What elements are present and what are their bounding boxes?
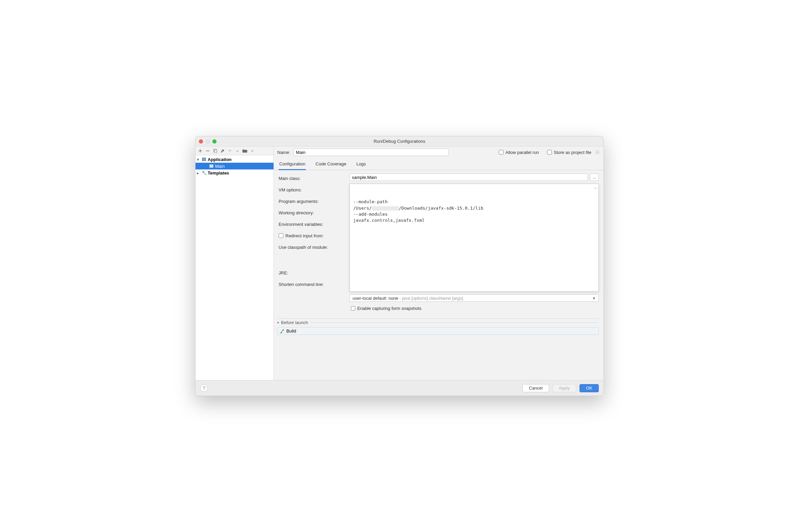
chevron-down-icon: ▾ — [197, 157, 200, 162]
tab-code-coverage[interactable]: Code Coverage — [315, 160, 347, 170]
form-labels: Main class: VM options: Program argument… — [279, 173, 346, 311]
shorten-command-line-select[interactable]: user-local default: none - java [options… — [350, 294, 599, 302]
tab-logs[interactable]: Logs — [356, 160, 366, 170]
store-as-project-file-input[interactable] — [547, 150, 552, 155]
configuration-form: Main class: VM options: Program argument… — [274, 170, 603, 314]
tree-node-main[interactable]: Main — [196, 163, 274, 169]
help-button[interactable]: ? — [200, 384, 208, 392]
chevron-down-icon: ▾ — [277, 321, 279, 324]
tabs: Configuration Code Coverage Logs — [274, 158, 603, 170]
gear-icon[interactable] — [595, 150, 600, 155]
configurations-toolbar: » — [196, 147, 274, 155]
shorten-value-text: user-local default: none — [353, 296, 398, 301]
ok-button[interactable]: OK — [579, 384, 599, 392]
titlebar: Run/Debug Configurations — [196, 136, 603, 147]
enable-snapshots-checkbox[interactable]: Enable capturing form snapshots — [350, 305, 599, 311]
allow-parallel-run-checkbox[interactable]: Allow parallel run — [499, 150, 539, 155]
shorten-command-line-label: Shorten command line: — [279, 281, 346, 288]
enable-snapshots-input[interactable] — [351, 306, 355, 310]
vm-options-expanded-editor[interactable]: ⇲ --module-path /Users//Downloads/javafx… — [350, 184, 599, 292]
footer-buttons: Cancel Apply OK — [522, 384, 599, 392]
wrench-icon: 🔧 — [202, 170, 206, 175]
program-arguments-label: Program arguments: — [279, 198, 346, 205]
chevron-down-icon: ▼ — [592, 297, 596, 300]
configurations-panel: » ▾ Application Main ▸ 🔧 Templates — [196, 147, 274, 380]
cancel-button[interactable]: Cancel — [522, 384, 549, 392]
apply-button[interactable]: Apply — [553, 384, 576, 392]
vm-line-2-post: /Downloads/javafx-sdk-15.0.1/lib — [399, 206, 483, 211]
redirect-input-checkbox[interactable]: Redirect input from: — [279, 233, 323, 238]
tree-node-templates[interactable]: ▸ 🔧 Templates — [196, 169, 274, 176]
move-down-button[interactable] — [235, 148, 240, 154]
allow-parallel-run-label: Allow parallel run — [505, 150, 539, 155]
vm-line-1: --module-path — [353, 199, 388, 204]
tree-label-application: Application — [208, 157, 232, 162]
folder-button[interactable] — [242, 148, 247, 154]
classpath-module-label: Use classpath of module: — [279, 244, 346, 250]
application-icon — [202, 157, 206, 162]
before-launch-list: Build — [277, 327, 599, 335]
header-row: Name: Allow parallel run Store as projec… — [274, 147, 603, 158]
dialog-footer: ? Cancel Apply OK — [196, 380, 603, 396]
jre-label: JRE: — [279, 269, 346, 276]
shorten-hint-text: - java [options] className [args] — [398, 296, 463, 301]
redirect-input-row: Redirect input from: — [279, 232, 346, 239]
main-class-label: Main class: — [279, 175, 346, 182]
remove-configuration-button[interactable] — [205, 148, 210, 154]
enable-snapshots-label: Enable capturing form snapshots — [357, 306, 422, 311]
svg-point-2 — [597, 152, 598, 153]
edit-templates-button[interactable] — [220, 148, 225, 154]
configuration-name-input[interactable] — [294, 149, 449, 156]
configuration-editor: Name: Allow parallel run Store as projec… — [274, 147, 603, 380]
environment-variables-label: Environment variables: — [279, 221, 346, 228]
tab-configuration[interactable]: Configuration — [279, 160, 306, 170]
vm-options-label: VM options: — [279, 186, 346, 193]
window-title: Run/Debug Configurations — [196, 139, 603, 144]
before-launch-section: ▾ Before launch Build — [277, 318, 599, 335]
application-icon — [209, 164, 214, 168]
store-as-project-file-checkbox[interactable]: Store as project file — [547, 150, 591, 155]
add-configuration-button[interactable] — [198, 148, 203, 154]
tree-label-main: Main — [215, 164, 225, 169]
main-class-browse-button[interactable]: ... — [590, 173, 599, 181]
shorten-select-value: user-local default: none - java [options… — [353, 296, 463, 301]
working-directory-label: Working directory: — [279, 209, 346, 216]
configurations-tree[interactable]: ▾ Application Main ▸ 🔧 Templates — [196, 155, 274, 380]
move-up-button[interactable] — [227, 148, 233, 154]
svg-rect-1 — [215, 150, 217, 153]
chevron-right-icon: ▸ — [197, 170, 200, 175]
main-class-input[interactable] — [350, 173, 588, 181]
vm-line-4: javafx.controls,javafx.fxml — [353, 218, 425, 223]
redacted-username — [372, 206, 399, 211]
before-launch-title: Before launch — [281, 320, 308, 325]
name-label: Name: — [277, 150, 290, 155]
vm-line-3: --add-modules — [353, 212, 388, 217]
dialog-body: » ▾ Application Main ▸ 🔧 Templates — [196, 147, 603, 380]
store-as-project-file-label: Store as project file — [554, 150, 591, 155]
redirect-input-input[interactable] — [279, 233, 283, 238]
tree-node-application[interactable]: ▾ Application — [196, 156, 274, 163]
run-debug-configurations-window: Run/Debug Configurations — [195, 136, 604, 396]
redirect-input-label: Redirect input from: — [285, 233, 323, 238]
tree-label-templates: Templates — [208, 170, 229, 175]
hammer-icon — [280, 329, 284, 334]
before-launch-item-label: Build — [286, 328, 296, 334]
vm-line-2-pre: /Users/ — [353, 206, 372, 211]
allow-parallel-run-input[interactable] — [499, 150, 503, 155]
before-launch-header[interactable]: ▾ Before launch — [277, 318, 599, 325]
toolbar-overflow-button[interactable]: » — [249, 148, 255, 154]
collapse-icon[interactable]: ⇲ — [594, 185, 596, 190]
copy-configuration-button[interactable] — [212, 148, 218, 154]
before-launch-item-build[interactable]: Build — [278, 327, 598, 335]
